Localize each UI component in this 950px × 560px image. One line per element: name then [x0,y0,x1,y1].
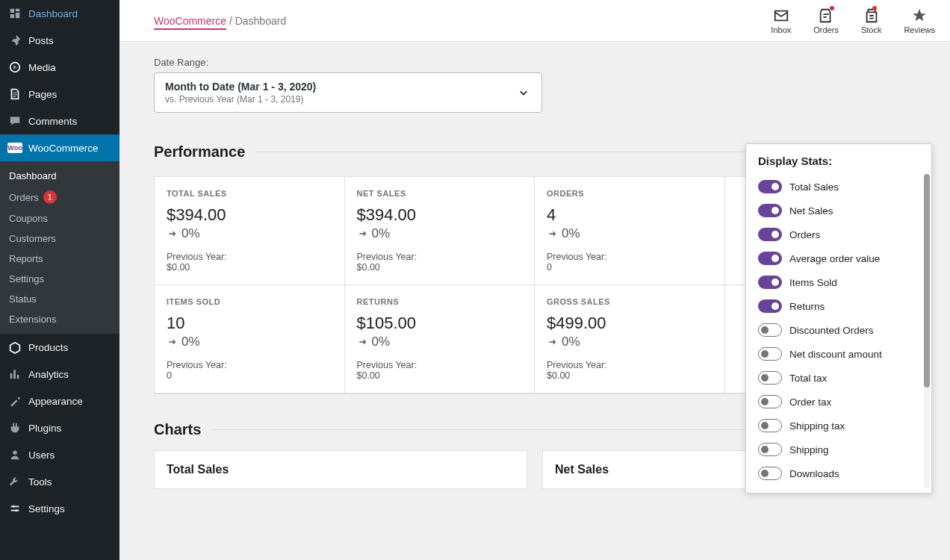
toggle-label: Discounted Orders [789,325,874,336]
toggle-switch[interactable] [758,443,782,456]
sidebar-item-settings[interactable]: Settings [0,495,119,522]
submenu-status[interactable]: Status [0,289,119,309]
settings-icon [7,501,22,516]
sidebar-item-users[interactable]: Users [0,441,119,468]
submenu-coupons[interactable]: Coupons [0,208,119,228]
toggle-row[interactable]: Shipping tax [758,414,919,438]
card-prev-value: $0.00 [547,370,712,381]
breadcrumb-page: Dashboard [235,15,287,27]
toggle-switch[interactable] [758,204,782,217]
card-label: GROSS SALES [547,297,712,306]
chevron-down-icon [516,85,531,100]
sidebar-item-dashboard[interactable]: Dashboard [0,0,119,27]
toggle-row[interactable]: Items Sold [758,270,919,294]
toggle-switch[interactable] [758,347,782,361]
submenu-settings[interactable]: Settings [0,269,119,289]
toggle-label: Shipping tax [789,420,845,432]
sidebar-item-pages[interactable]: Pages [0,81,119,108]
toggle-row[interactable]: Discounted Orders [758,318,919,342]
topaction-inbox[interactable]: Inbox [771,7,791,34]
card-prev-label: Previous Year: [547,252,712,262]
topaction-reviews[interactable]: Reviews [904,7,935,34]
charts-title: Charts [154,421,201,438]
admin-sidebar: Dashboard Posts Media Pages Comments Woo… [0,0,119,560]
submenu-customers[interactable]: Customers [0,228,119,249]
sidebar-item-label: Tools [28,476,52,488]
card-prev-value: $0.00 [167,262,332,273]
card-label: RETURNS [357,297,523,306]
submenu-dashboard[interactable]: Dashboard [0,166,119,186]
sidebar-item-plugins[interactable]: Plugins [0,414,119,441]
card-delta: 0% [167,335,332,349]
submenu-orders[interactable]: Orders1 [0,186,119,208]
sidebar-item-label: Settings [28,503,65,514]
chart-total-sales[interactable]: Total Sales [154,450,527,489]
toggle-row[interactable]: Total tax [758,366,919,390]
sidebar-item-posts[interactable]: Posts [0,27,119,54]
arrow-right-icon [167,228,178,240]
toggle-switch[interactable] [758,371,782,385]
sidebar-item-analytics[interactable]: Analytics [0,361,119,388]
toggle-label: Order tax [789,396,831,408]
card-label: TOTAL SALES [167,189,332,198]
toggle-row[interactable]: Returns [758,294,919,318]
sidebar-item-woocommerce[interactable]: Woo WooCommerce [0,134,119,161]
toggle-label: Net discount amount [789,349,882,360]
toggle-row[interactable]: Net discount amount [758,342,919,366]
performance-card[interactable]: TOTAL SALES $394.00 0% Previous Year: $0… [155,177,345,285]
card-label: ORDERS [547,189,712,198]
sidebar-item-products[interactable]: Products [0,334,119,361]
submenu-reports[interactable]: Reports [0,249,119,269]
performance-card[interactable]: RETURNS $105.00 0% Previous Year: $0.00 [345,285,535,393]
sidebar-item-label: Pages [28,89,57,100]
performance-card[interactable]: ITEMS SOLD 10 0% Previous Year: 0 [155,285,345,393]
daterange-selector[interactable]: Month to Date (Mar 1 - 3, 2020) vs. Prev… [154,72,542,113]
submenu-extensions[interactable]: Extensions [0,309,119,329]
woo-icon: Woo [7,140,22,155]
sidebar-item-tools[interactable]: Tools [0,468,119,495]
card-value: $105.00 [357,314,523,333]
card-delta: 0% [167,226,332,241]
performance-card[interactable]: ORDERS 4 0% Previous Year: 0 [535,177,725,285]
pages-icon [7,87,22,102]
breadcrumb-root[interactable]: WooCommerce [154,15,226,30]
toggle-switch[interactable] [758,467,782,480]
dashboard-icon [7,6,22,21]
card-prev-label: Previous Year: [357,360,523,370]
sidebar-item-comments[interactable]: Comments [0,108,119,134]
svg-point-3 [15,509,18,512]
arrow-right-icon [547,336,559,348]
toggle-switch[interactable] [758,419,782,432]
toggle-label: Average order value [789,253,880,264]
performance-card[interactable]: GROSS SALES $499.00 0% Previous Year: $0… [535,285,725,393]
toggle-row[interactable]: Downloads [758,461,919,485]
toggle-switch[interactable] [758,276,782,289]
products-icon [7,340,22,355]
pin-icon [7,33,22,48]
toggle-switch[interactable] [758,180,782,193]
card-delta: 0% [547,226,712,241]
card-delta: 0% [547,335,712,349]
toggle-switch[interactable] [758,323,782,337]
toggle-row[interactable]: Order tax [758,390,919,414]
toggle-row[interactable]: Total Sales [758,175,919,199]
performance-card[interactable]: NET SALES $394.00 0% Previous Year: $0.0… [345,177,535,285]
topaction-stock[interactable]: Stock [861,7,882,34]
sidebar-item-media[interactable]: Media [0,54,119,81]
sidebar-item-appearance[interactable]: Appearance [0,388,119,414]
toggle-switch[interactable] [758,228,782,241]
toggle-switch[interactable] [758,252,782,265]
media-icon [7,60,22,75]
topaction-orders[interactable]: Orders [813,7,839,34]
popover-scrollbar[interactable] [924,174,930,488]
arrow-right-icon [547,228,559,240]
toggle-switch[interactable] [758,299,782,313]
card-delta: 0% [357,335,523,349]
sidebar-item-label: WooCommerce [28,143,99,154]
toggle-switch[interactable] [758,395,782,408]
toggle-row[interactable]: Orders [758,223,919,246]
toggle-row[interactable]: Shipping [758,438,919,461]
toggle-row[interactable]: Average order value [758,246,919,270]
toggle-row[interactable]: Net Sales [758,199,919,223]
svg-point-1 [13,451,16,455]
